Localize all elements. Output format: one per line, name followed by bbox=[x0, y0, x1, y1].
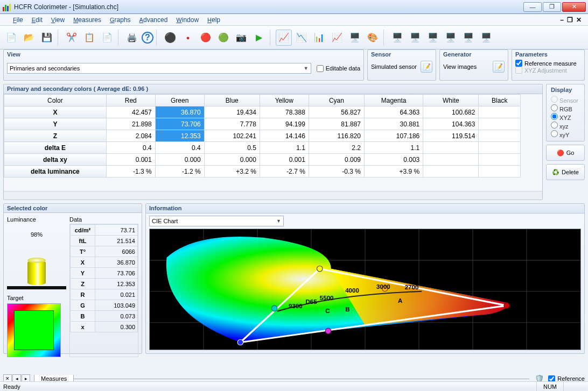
table-cell[interactable]: 0.5 bbox=[204, 142, 260, 154]
paste-button[interactable]: 📄 bbox=[99, 30, 115, 46]
table-cell[interactable]: -2.7 % bbox=[260, 166, 309, 177]
menu-help[interactable]: Help bbox=[203, 15, 225, 25]
display-opt-xyz[interactable]: xyz bbox=[551, 122, 580, 130]
col-header[interactable]: Red bbox=[106, 95, 155, 106]
mdi-close-button[interactable]: ✕ bbox=[576, 16, 582, 24]
horizontal-scrollbar[interactable] bbox=[4, 191, 542, 200]
table-cell[interactable] bbox=[479, 130, 521, 142]
display-opt-xyy[interactable]: xyY bbox=[551, 130, 580, 138]
table-cell[interactable]: 36.870 bbox=[155, 106, 204, 118]
menu-graphs[interactable]: Graphs bbox=[106, 15, 135, 25]
table-cell[interactable]: 21.898 bbox=[106, 118, 155, 130]
table-cell[interactable]: 7.778 bbox=[204, 118, 260, 130]
chart-mode-3-button[interactable]: 📊 bbox=[311, 30, 327, 46]
table-cell[interactable]: 1.1 bbox=[365, 142, 423, 154]
menu-file[interactable]: File bbox=[9, 15, 27, 25]
sensor-config-button[interactable]: 📝 bbox=[421, 61, 432, 73]
editable-data-checkbox[interactable]: Editable data bbox=[317, 65, 360, 72]
view-6-button[interactable]: 🖥️ bbox=[478, 30, 494, 46]
table-cell[interactable]: 19.434 bbox=[204, 106, 260, 118]
col-header[interactable]: Blue bbox=[204, 95, 260, 106]
table-cell[interactable]: 0.000 bbox=[204, 154, 260, 166]
chart-mode-4-button[interactable]: 📈 bbox=[329, 30, 345, 46]
close-button[interactable]: ✕ bbox=[562, 2, 586, 12]
new-file-button[interactable]: 📄 bbox=[3, 30, 19, 46]
menu-view[interactable]: View bbox=[47, 15, 69, 25]
menu-edit[interactable]: Edit bbox=[27, 15, 47, 25]
info-combo[interactable]: CIE Chart ▼ bbox=[149, 216, 284, 226]
help-button[interactable]: ? bbox=[142, 32, 153, 44]
col-header[interactable]: Magenta bbox=[365, 95, 423, 106]
status-resize-grip[interactable] bbox=[563, 382, 585, 391]
table-cell[interactable] bbox=[423, 154, 479, 166]
col-header[interactable]: Color bbox=[4, 95, 107, 106]
table-cell[interactable] bbox=[423, 166, 479, 177]
selected-data-table[interactable]: cd/m²73.71ftL21.514T°6066X36.870Y73.706Z… bbox=[69, 224, 138, 357]
open-file-button[interactable]: 📂 bbox=[21, 30, 37, 46]
table-cell[interactable] bbox=[479, 106, 521, 118]
save-file-button[interactable]: 💾 bbox=[39, 30, 55, 46]
chart-mode-1-button[interactable]: 📈 bbox=[276, 30, 292, 46]
view-3-button[interactable]: 🖥️ bbox=[425, 30, 441, 46]
display-opt-xyz[interactable]: XYZ bbox=[551, 113, 580, 121]
chart-mode-6-button[interactable]: 🎨 bbox=[365, 30, 381, 46]
table-cell[interactable]: 0.000 bbox=[155, 154, 204, 166]
table-cell[interactable]: 2.084 bbox=[106, 130, 155, 142]
table-cell[interactable]: 1.1 bbox=[260, 142, 309, 154]
print-button[interactable]: 🖨️ bbox=[124, 30, 140, 46]
display-opt-rgb[interactable]: RGB bbox=[551, 104, 580, 112]
table-cell[interactable] bbox=[479, 118, 521, 130]
mdi-minimize-button[interactable]: – bbox=[560, 16, 564, 24]
measure-secondary-button[interactable]: 🔴 bbox=[198, 30, 214, 46]
mdi-restore-button[interactable]: ❐ bbox=[567, 16, 573, 24]
table-cell[interactable]: 73.706 bbox=[155, 118, 204, 130]
col-header[interactable]: White bbox=[423, 95, 479, 106]
menu-window[interactable]: Window bbox=[172, 15, 203, 25]
table-cell[interactable]: 100.682 bbox=[423, 106, 479, 118]
reference-measure-checkbox[interactable]: Reference measure bbox=[515, 60, 581, 67]
measure-primary-button[interactable]: ● bbox=[180, 30, 196, 46]
table-cell[interactable]: 102.241 bbox=[204, 130, 260, 142]
cie-chart[interactable]: 9300D655500400030002700CBA bbox=[149, 229, 581, 350]
table-cell[interactable]: +3.9 % bbox=[365, 166, 423, 177]
table-cell[interactable]: 104.363 bbox=[423, 118, 479, 130]
table-cell[interactable]: 81.887 bbox=[309, 118, 364, 130]
table-cell[interactable]: 30.881 bbox=[365, 118, 423, 130]
col-header[interactable]: Cyan bbox=[309, 95, 364, 106]
table-cell[interactable]: 0.4 bbox=[155, 142, 204, 154]
table-cell[interactable]: 56.827 bbox=[309, 106, 364, 118]
minimize-button[interactable]: — bbox=[523, 2, 542, 12]
table-cell[interactable]: 64.363 bbox=[365, 106, 423, 118]
table-cell[interactable]: 2.2 bbox=[309, 142, 364, 154]
chart-mode-2-button[interactable]: 📉 bbox=[293, 30, 310, 46]
table-cell[interactable]: -0.3 % bbox=[309, 166, 364, 177]
run-button[interactable]: ▶ bbox=[251, 30, 267, 46]
table-cell[interactable]: 0.001 bbox=[106, 154, 155, 166]
table-cell[interactable]: 116.820 bbox=[309, 130, 364, 142]
table-cell[interactable] bbox=[479, 142, 521, 154]
generator-config-button[interactable]: 📝 bbox=[493, 61, 505, 73]
table-cell[interactable]: +3.2 % bbox=[204, 166, 260, 177]
delete-button[interactable]: ♻️Delete bbox=[546, 164, 585, 180]
table-cell[interactable] bbox=[423, 142, 479, 154]
measure-all-button[interactable]: 🟢 bbox=[215, 30, 232, 46]
table-cell[interactable]: 78.388 bbox=[260, 106, 309, 118]
table-cell[interactable]: 12.353 bbox=[155, 130, 204, 142]
go-button[interactable]: 🔴Go bbox=[546, 145, 585, 161]
table-cell[interactable]: 0.4 bbox=[106, 142, 155, 154]
cut-button[interactable]: ✂️ bbox=[64, 30, 80, 46]
view-1-button[interactable]: 🖥️ bbox=[389, 30, 405, 46]
col-header[interactable]: Yellow bbox=[260, 95, 309, 106]
table-cell[interactable]: 42.457 bbox=[106, 106, 155, 118]
table-scroll[interactable]: ColorRedGreenBlueYellowCyanMagentaWhiteB… bbox=[4, 94, 542, 191]
table-cell[interactable]: 0.009 bbox=[309, 154, 364, 166]
table-cell[interactable] bbox=[479, 166, 521, 177]
view-combo[interactable]: Primaries and secondaries ▼ bbox=[7, 63, 311, 74]
view-5-button[interactable]: 🖥️ bbox=[460, 30, 477, 46]
view-4-button[interactable]: 🖥️ bbox=[443, 30, 459, 46]
table-cell[interactable]: 14.146 bbox=[260, 130, 309, 142]
table-cell[interactable]: 119.514 bbox=[423, 130, 479, 142]
menu-measures[interactable]: Measures bbox=[69, 15, 106, 25]
table-cell[interactable]: 0.001 bbox=[260, 154, 309, 166]
table-cell[interactable] bbox=[479, 154, 521, 166]
